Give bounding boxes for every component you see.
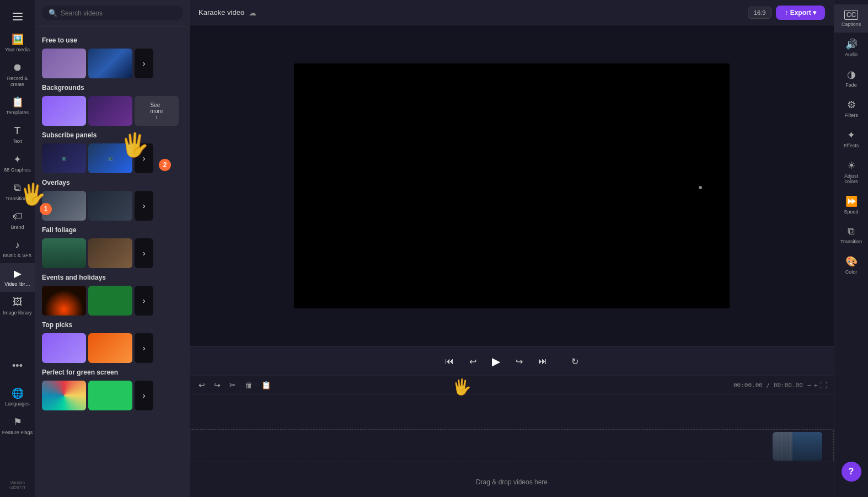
adjust-colors-label: Adjustcolors <box>844 173 858 184</box>
right-item-adjust-colors[interactable]: ☀ Adjustcolors <box>834 154 869 190</box>
refresh-btn[interactable]: ↻ <box>569 354 581 369</box>
see-more-btn[interactable]: Seemore › <box>135 96 179 126</box>
right-item-speed[interactable]: ⏩ Speed <box>834 190 869 220</box>
search-input[interactable] <box>61 9 176 17</box>
green-thumb-2[interactable] <box>88 381 132 410</box>
section-subscribe-grid: 📺 📺 › <box>42 143 183 173</box>
events-next-btn[interactable]: › <box>135 286 153 316</box>
top-thumb-1[interactable] <box>42 333 86 363</box>
section-backgrounds-grid: Seemore › <box>42 96 183 126</box>
export-button[interactable]: ↑ Export ▾ <box>776 6 825 20</box>
zoom-out-btn[interactable]: − <box>807 381 812 389</box>
overlay-thumb-1[interactable] <box>42 191 86 221</box>
section-fall-foliage-title: Fall foliage <box>42 226 183 234</box>
sidebar-item-record-create[interactable]: ⏺ Record &create <box>0 57 35 92</box>
transition-icon: ⧉ <box>848 226 855 237</box>
version-label: Versioncd5677f <box>9 480 25 490</box>
fall-thumb-2[interactable] <box>88 238 132 268</box>
captions-label: Captions <box>842 22 861 27</box>
sidebar-item-languages[interactable]: 🌐 Languages <box>0 383 35 412</box>
events-thumb-1[interactable] <box>42 286 86 316</box>
fall-thumb-1[interactable] <box>42 238 86 268</box>
feature-flags-icon: ⚑ <box>12 416 24 428</box>
more-icon: ••• <box>12 360 24 372</box>
forward-5s-btn[interactable]: ↪ <box>513 354 525 369</box>
transitions-icon: ⧉ <box>12 182 24 194</box>
clip-btn[interactable]: 📋 <box>259 380 273 391</box>
sidebar-item-more[interactable]: ••• <box>0 356 35 378</box>
sidebar-item-video-library[interactable]: ▶ Video libr… <box>0 263 35 292</box>
right-item-audio[interactable]: 🔊 Audio <box>834 33 869 63</box>
sidebar-item-graphics[interactable]: ✦ 88 Graphics <box>0 149 35 178</box>
sub-thumb-1[interactable]: 📺 <box>42 143 86 173</box>
top-picks-next-btn[interactable]: › <box>135 333 153 363</box>
text-label: Text <box>13 138 22 145</box>
timeline-clip[interactable] <box>773 432 822 461</box>
top-bar: Karaoke video ☁ 16:9 ↑ Export ▾ <box>190 0 834 25</box>
effects-label: Effects <box>844 143 859 148</box>
right-item-effects[interactable]: ✦ Effects <box>834 124 869 154</box>
bg-thumb-2[interactable] <box>88 96 132 126</box>
fall-foliage-next-btn[interactable]: › <box>135 238 153 268</box>
top-thumb-2[interactable] <box>88 333 132 363</box>
skip-back-btn[interactable]: ⏮ <box>443 354 456 368</box>
zoom-controls: − + ⛶ <box>807 381 827 389</box>
cut-btn[interactable]: ✂ <box>227 380 238 391</box>
free-thumb-1[interactable] <box>42 49 86 78</box>
sidebar-item-transitions[interactable]: ⧉ Transitions <box>0 178 35 206</box>
overlay-thumb-2[interactable] <box>88 191 132 221</box>
sidebar-item-feature-flags[interactable]: ⚑ Feature Flags <box>0 412 35 440</box>
record-create-icon: ⏺ <box>12 62 24 74</box>
green-screen-next-btn[interactable]: › <box>135 381 153 410</box>
video-preview <box>294 63 730 308</box>
right-item-filters[interactable]: ⚙ Filters <box>834 93 869 124</box>
sub-thumb-2[interactable]: 📺 <box>88 143 132 173</box>
section-fall-foliage-grid: › <box>42 238 183 268</box>
subscribe-next-btn[interactable]: › <box>135 143 153 173</box>
skip-forward-btn[interactable]: ⏭ <box>536 354 549 368</box>
sidebar-item-brand[interactable]: 🏷 Brand <box>0 206 35 235</box>
hamburger-menu[interactable] <box>0 4 35 29</box>
text-icon: T <box>12 125 24 137</box>
events-thumb-2[interactable] <box>88 286 132 316</box>
fullscreen-timeline-btn[interactable]: ⛶ <box>820 381 827 389</box>
free-to-use-next-btn[interactable]: › <box>135 49 153 78</box>
play-button[interactable]: ▶ <box>490 352 502 370</box>
sidebar-item-image-library[interactable]: 🖼 Image library <box>0 292 35 320</box>
audio-icon: 🔊 <box>845 38 858 50</box>
green-thumb-1[interactable] <box>42 381 86 410</box>
speed-label: Speed <box>844 209 858 215</box>
rewind-5s-btn[interactable]: ↩ <box>467 354 479 369</box>
free-thumb-2[interactable] <box>88 49 132 78</box>
captions-icon: CC <box>844 10 858 20</box>
video-library-label: Video libr… <box>4 281 30 287</box>
filters-icon: ⚙ <box>847 99 856 111</box>
video-library-panel: 🔍 Free to use › Backgrounds Seemo <box>35 0 190 497</box>
timeline-track-area: Drag & drop videos here <box>190 394 834 497</box>
right-item-color[interactable]: 🎨 Color <box>834 250 869 280</box>
right-item-fade[interactable]: ◑ Fade <box>834 63 869 93</box>
controls-bar: ⏮ ↩ ▶ ↪ ⏭ ↻ <box>190 346 834 376</box>
brand-label: Brand <box>10 225 24 231</box>
graphics-label: 88 Graphics <box>4 167 31 173</box>
sidebar-item-templates[interactable]: 📋 Templates <box>0 92 35 120</box>
undo-btn[interactable]: ↩ <box>196 380 207 391</box>
help-button[interactable]: ? <box>842 462 861 482</box>
delete-btn[interactable]: 🗑 <box>243 380 255 391</box>
zoom-in-btn[interactable]: + <box>813 381 818 389</box>
preview-indicator <box>699 186 702 189</box>
main-area: Karaoke video ☁ 16:9 ↑ Export ▾ ⏮ ↩ ▶ ↪ … <box>190 0 834 497</box>
overlays-next-btn[interactable]: › <box>135 191 153 221</box>
aspect-ratio-btn[interactable]: 16:9 <box>748 7 771 19</box>
feature-flags-label: Feature Flags <box>2 430 33 436</box>
bg-thumb-1[interactable] <box>42 96 86 126</box>
sidebar-version: Versioncd5677f <box>0 475 35 495</box>
redo-btn[interactable]: ↪ <box>212 380 223 391</box>
transitions-label: Transitions <box>6 196 30 202</box>
right-item-captions[interactable]: CC Captions <box>834 4 869 33</box>
section-overlays-grid: › <box>42 191 183 221</box>
sidebar-item-text[interactable]: T Text <box>0 120 35 149</box>
sidebar-item-music-sfx[interactable]: ♪ Music & SFX <box>0 234 35 263</box>
sidebar-item-your-media[interactable]: 🖼️ Your media <box>0 29 35 57</box>
right-item-transition[interactable]: ⧉ Transition <box>834 220 869 250</box>
